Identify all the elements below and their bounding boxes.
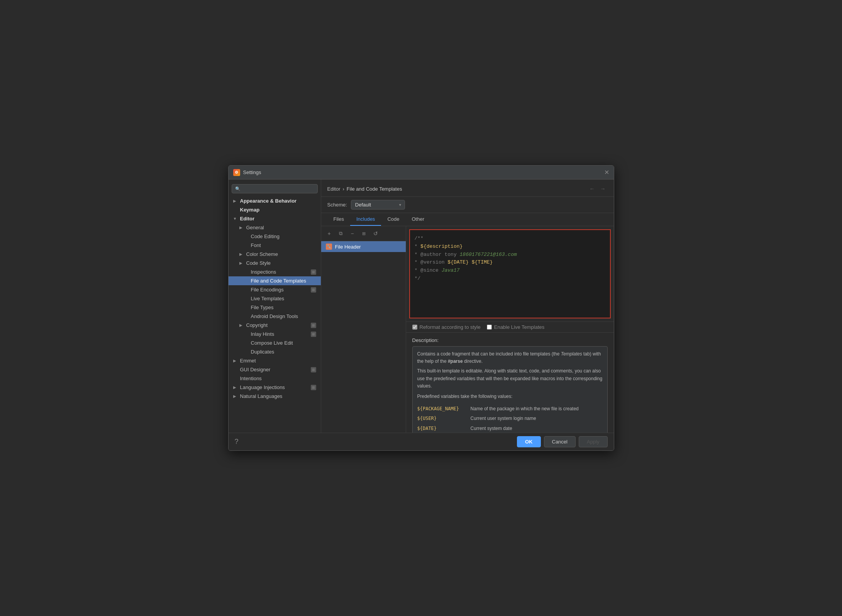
move-button[interactable]: ⊞ — [359, 228, 369, 239]
settings-badge — [311, 323, 316, 328]
scheme-select[interactable]: Default Project — [351, 200, 405, 210]
bottom-bar: ? OK Cancel Apply — [229, 433, 614, 450]
help-button[interactable]: ? — [235, 438, 239, 446]
description-box: Contains a code fragment that can be inc… — [412, 346, 608, 433]
sidebar-item-inlay-hints[interactable]: Inlay Hints — [229, 330, 321, 338]
cancel-button[interactable]: Cancel — [544, 436, 576, 447]
sidebar-item-label: Copyright — [246, 322, 268, 328]
sidebar-item-intentions[interactable]: Intentions — [229, 374, 321, 383]
sidebar-item-keymap[interactable]: Keymap — [229, 205, 321, 214]
variable-row-user: ${USER} Current user system login name — [417, 414, 603, 423]
back-button[interactable]: ← — [588, 184, 597, 193]
sidebar-item-live-templates[interactable]: Live Templates — [229, 294, 321, 303]
code-editor[interactable]: /** * ${description} * @author tony 1860… — [409, 229, 611, 318]
sidebar-item-gui-designer[interactable]: GUI Designer — [229, 365, 321, 374]
forward-button[interactable]: → — [598, 184, 608, 193]
settings-badge — [311, 385, 316, 390]
scheme-label: Scheme: — [327, 202, 347, 208]
live-templates-checkbox[interactable] — [487, 325, 492, 330]
tab-other[interactable]: Other — [405, 213, 430, 226]
file-icon: 🔧 — [326, 244, 332, 250]
variable-row-package: ${PACKAGE_NAME} Name of the package in w… — [417, 404, 603, 414]
scheme-row: Scheme: Default Project — [321, 197, 614, 213]
sidebar-item-label: Appearance & Behavior — [240, 198, 297, 204]
var-desc-package: Name of the package in which the new fil… — [471, 404, 603, 414]
sidebar-item-label: File and Code Templates — [251, 278, 307, 284]
copy-button[interactable]: ⧉ — [336, 228, 346, 239]
sidebar-item-label: Natural Languages — [240, 393, 283, 399]
tab-files[interactable]: Files — [327, 213, 350, 226]
sidebar-item-language-injections[interactable]: ▶ Language Injections — [229, 383, 321, 392]
arrow-icon: ▼ — [233, 217, 238, 221]
search-input[interactable] — [242, 186, 314, 191]
remove-button[interactable]: − — [347, 228, 357, 239]
arrow-icon: ▶ — [233, 199, 238, 203]
sidebar-item-copyright[interactable]: ▶ Copyright — [229, 321, 321, 330]
bottom-buttons: OK Cancel Apply — [517, 436, 608, 447]
reset-button[interactable]: ↺ — [371, 228, 381, 239]
var-desc-date: Current system date — [471, 424, 603, 433]
tab-code[interactable]: Code — [381, 213, 405, 226]
title-bar: ⚙ Settings ✕ — [229, 166, 614, 179]
live-templates-checkbox-row: Enable Live Templates — [487, 324, 545, 330]
sidebar-item-label: Inspections — [251, 269, 276, 275]
editor-pane: /** * ${description} * @author tony 1860… — [406, 226, 614, 433]
sidebar-item-emmet[interactable]: ▶ Emmet — [229, 356, 321, 365]
arrow-icon: ▶ — [239, 225, 244, 230]
sidebar-item-label: Live Templates — [251, 296, 284, 301]
sidebar-item-font[interactable]: Font — [229, 241, 321, 250]
editor-footer: Reformat according to style Enable Live … — [406, 322, 614, 332]
code-line-2: * ${description} — [415, 243, 605, 251]
scheme-select-wrapper: Default Project — [351, 200, 405, 210]
arrow-icon: ▶ — [239, 261, 244, 265]
variables-table: ${PACKAGE_NAME} Name of the package in w… — [417, 404, 603, 433]
sidebar-item-label: Code Style — [246, 260, 271, 266]
sidebar-item-compose-live-edit[interactable]: Compose Live Edit — [229, 338, 321, 347]
sidebar-item-color-scheme[interactable]: ▶ Color Scheme — [229, 250, 321, 259]
sidebar-item-code-editing[interactable]: Code Editing — [229, 232, 321, 241]
list-item-label: File Header — [335, 244, 361, 250]
reformat-checkbox[interactable] — [412, 325, 417, 330]
sidebar-item-editor[interactable]: ▼ Editor — [229, 214, 321, 223]
arrow-icon: ▶ — [233, 385, 238, 389]
variable-row-date: ${DATE} Current system date — [417, 424, 603, 433]
ok-button[interactable]: OK — [517, 436, 541, 447]
reformat-label: Reformat according to style — [420, 324, 481, 330]
list-item-file-header[interactable]: 🔧 File Header — [321, 241, 406, 252]
sidebar: 🔍 ▶ Appearance & Behavior Keymap ▼ Edito… — [229, 179, 321, 433]
sidebar-item-label: GUI Designer — [240, 367, 271, 372]
close-button[interactable]: ✕ — [604, 169, 609, 176]
sidebar-item-label: File Encodings — [251, 287, 284, 293]
sidebar-item-inspections[interactable]: Inspections — [229, 267, 321, 276]
sidebar-item-file-encodings[interactable]: File Encodings — [229, 285, 321, 294]
arrow-icon: ▶ — [239, 252, 244, 256]
app-icon: ⚙ — [233, 169, 240, 176]
sidebar-item-general[interactable]: ▶ General — [229, 223, 321, 232]
sidebar-item-duplicates[interactable]: Duplicates — [229, 347, 321, 356]
list-pane: + ⧉ − ⊞ ↺ 🔧 File Header — [321, 226, 406, 433]
sidebar-item-label: Emmet — [240, 358, 256, 364]
breadcrumb: Editor › File and Code Templates — [327, 186, 402, 192]
sidebar-item-appearance[interactable]: ▶ Appearance & Behavior — [229, 196, 321, 205]
apply-button[interactable]: Apply — [579, 436, 608, 447]
add-button[interactable]: + — [324, 228, 334, 239]
sidebar-item-natural-languages[interactable]: ▶ Natural Languages — [229, 392, 321, 401]
sidebar-item-code-style[interactable]: ▶ Code Style — [229, 259, 321, 267]
description-text-1: Contains a code fragment that can be inc… — [417, 350, 603, 365]
sidebar-item-android-design-tools[interactable]: Android Design Tools — [229, 312, 321, 321]
code-line-3: * @author tony 18601767221@163.com — [415, 251, 605, 259]
arrow-icon: ▶ — [239, 323, 244, 327]
sidebar-item-file-and-code-templates[interactable]: File and Code Templates — [229, 276, 321, 285]
search-box[interactable]: 🔍 — [232, 184, 318, 193]
list-toolbar: + ⧉ − ⊞ ↺ — [321, 226, 406, 241]
var-name-date: ${DATE} — [417, 424, 471, 433]
arrow-icon: ▶ — [233, 359, 238, 363]
description-text-3: Predefined variables take the following … — [417, 393, 603, 400]
nav-arrows: ← → — [588, 184, 608, 193]
sidebar-item-label: Inlay Hints — [251, 331, 274, 337]
code-line-6: */ — [415, 275, 605, 283]
reformat-checkbox-row: Reformat according to style — [412, 324, 481, 330]
tab-includes[interactable]: Includes — [350, 213, 381, 226]
sidebar-item-file-types[interactable]: File Types — [229, 303, 321, 312]
breadcrumb-parent: Editor — [327, 186, 341, 192]
